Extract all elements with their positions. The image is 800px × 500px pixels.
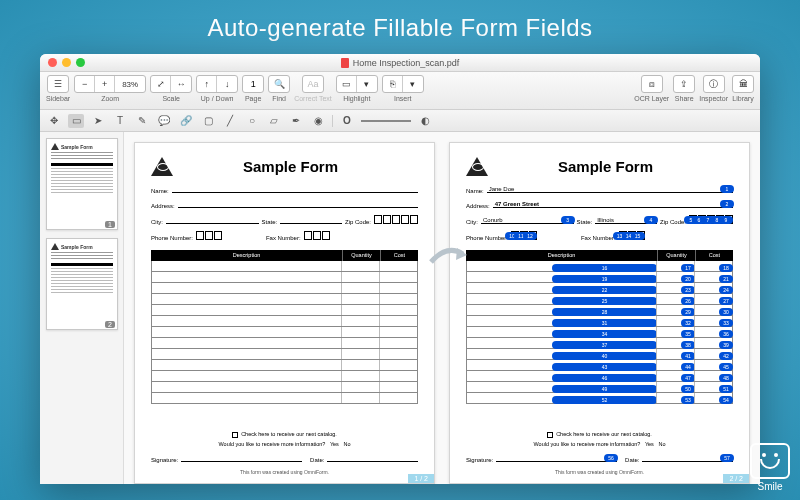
zoom-group[interactable]: −+83% Zoom [74, 75, 146, 102]
app-window: Home Inspection_scan.pdf ☰ Sidebar −+83%… [40, 54, 760, 484]
stamp-tool-icon[interactable]: ◉ [310, 114, 326, 128]
sign-tool-icon[interactable]: ✒ [288, 114, 304, 128]
pdf-icon [341, 58, 349, 68]
thumbnail-2[interactable]: Sample Form 2 [46, 238, 117, 330]
stroke-slider[interactable] [361, 120, 411, 122]
window-title: Home Inspection_scan.pdf [40, 58, 760, 68]
address-field[interactable]: 47 Green Street2 [493, 200, 733, 208]
fill-color-icon[interactable]: ◐ [417, 114, 433, 128]
fax-field[interactable]: 131415 [619, 231, 645, 240]
page-indicator: 2 / 2 [723, 474, 749, 483]
comment-tool-icon[interactable]: 💬 [156, 114, 172, 128]
thumb-scrollbar[interactable] [46, 478, 124, 482]
signature-field[interactable] [181, 454, 302, 462]
thumbnail-1[interactable]: Sample Form 1 [46, 138, 117, 230]
share-button[interactable]: ⇪ Share [673, 75, 695, 102]
signature-field[interactable]: 56 [496, 454, 617, 462]
correct-text-button[interactable]: Aa Correct Text [294, 75, 332, 102]
ocr-button[interactable]: ⧈ OCR Layer [634, 75, 669, 102]
scale-group[interactable]: ⤢↔ Scale [150, 75, 192, 102]
text-tool-icon[interactable]: T [112, 114, 128, 128]
updown-group[interactable]: ↑↓ Up / Down [196, 75, 238, 102]
catalog-checkbox[interactable] [547, 432, 553, 438]
circle-tool-icon[interactable]: O [339, 114, 355, 128]
annotation-toolbar: ✥ ▭ ➤ T ✎ 💬 🔗 ▢ ╱ ○ ▱ ✒ ◉ O ◐ [40, 110, 760, 132]
content-area: Sample Form 1 Sample Form 2 [40, 132, 760, 484]
insert-button[interactable]: ⎘▾ Insert [382, 75, 424, 102]
date-field[interactable]: 57 [642, 454, 733, 462]
highlight-button[interactable]: ▭▾ Highlight [336, 75, 378, 102]
form-logo-icon [151, 157, 173, 176]
line-tool-icon[interactable]: ╱ [222, 114, 238, 128]
library-button[interactable]: 🏛 Library [732, 75, 754, 102]
pointer-tool-icon[interactable]: ➤ [90, 114, 106, 128]
page-indicator: 1 / 2 [408, 474, 434, 483]
find-button[interactable]: 🔍 Find [268, 75, 290, 102]
state-field[interactable]: Illinois4 [595, 216, 657, 224]
date-field[interactable] [327, 454, 418, 462]
state-field[interactable] [280, 216, 342, 224]
document-canvas: Sample Form Name: Address: City: State: … [124, 132, 760, 484]
items-table: DescriptionQuantityCost [151, 250, 418, 425]
pan-tool-icon[interactable]: ✥ [46, 114, 62, 128]
shape-tool-icon[interactable]: ▢ [200, 114, 216, 128]
name-field[interactable] [172, 185, 418, 193]
name-field[interactable]: Jane Doe1 [487, 185, 733, 193]
document-title: Home Inspection_scan.pdf [353, 58, 460, 68]
brand-logo: Smile [750, 443, 790, 492]
link-tool-icon[interactable]: 🔗 [178, 114, 194, 128]
footer-text: This form was created using OmniForm. [151, 469, 418, 475]
polygon-tool-icon[interactable]: ▱ [266, 114, 282, 128]
hero-title: Auto-generate Fillable Form Fields [0, 0, 800, 52]
oval-tool-icon[interactable]: ○ [244, 114, 260, 128]
fax-field[interactable] [304, 231, 330, 240]
zip-field[interactable] [374, 215, 418, 224]
thumbnail-sidebar: Sample Form 1 Sample Form 2 [40, 132, 124, 484]
phone-field[interactable]: 101112 [511, 231, 537, 240]
smile-icon [750, 443, 790, 479]
inspector-button[interactable]: ⓘ Inspector [699, 75, 728, 102]
note-tool-icon[interactable]: ✎ [134, 114, 150, 128]
page-input[interactable] [242, 75, 264, 93]
sidebar-toggle[interactable]: ☰ Sidebar [46, 75, 70, 102]
form-title: Sample Form [183, 158, 398, 175]
city-field[interactable]: Conurb3 [481, 216, 574, 224]
city-field[interactable] [166, 216, 259, 224]
address-field[interactable] [178, 200, 418, 208]
page-right: Sample Form Name:Jane Doe1 Address:47 Gr… [449, 142, 750, 484]
zip-field[interactable]: 56789 [689, 215, 733, 224]
form-logo-icon [466, 157, 488, 176]
phone-field[interactable] [196, 231, 222, 240]
form-title: Sample Form [498, 158, 713, 175]
page-left: Sample Form Name: Address: City: State: … [134, 142, 435, 484]
footer-text: This form was created using OmniForm. [466, 469, 733, 475]
page-field[interactable]: Page [242, 75, 264, 102]
titlebar: Home Inspection_scan.pdf [40, 54, 760, 72]
main-toolbar: ☰ Sidebar −+83% Zoom ⤢↔ Scale ↑↓ Up / Do… [40, 72, 760, 110]
items-table: DescriptionQuantityCost 161718 192021 22… [466, 250, 733, 425]
catalog-checkbox[interactable] [232, 432, 238, 438]
select-tool-icon[interactable]: ▭ [68, 114, 84, 128]
